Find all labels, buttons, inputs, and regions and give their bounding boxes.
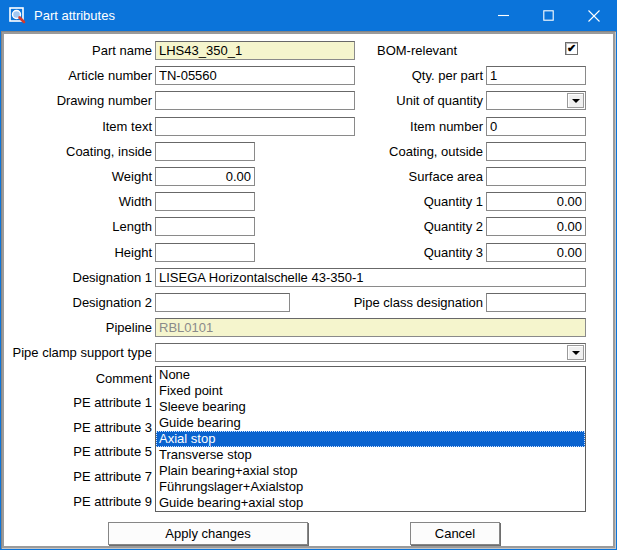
qty-per-part-label: Qty. per part <box>330 66 483 85</box>
dropdown-option-guide-bearing-axial-stop[interactable]: Guide bearing+axial stop <box>156 495 585 511</box>
minimize-button[interactable] <box>481 0 526 31</box>
item-text-label: Item text <box>6 117 152 136</box>
bom-relevant-checkbox[interactable]: ✔ <box>565 42 578 55</box>
pe-attribute-1-label: PE attribute 1 <box>6 393 152 412</box>
pipeline-label: Pipeline <box>6 318 152 337</box>
width-input[interactable] <box>155 192 255 211</box>
coating-inside-label: Coating, inside <box>6 142 152 161</box>
part-attributes-dialog: Part attributes Part name Article number… <box>0 0 617 550</box>
maximize-icon <box>543 10 554 21</box>
width-label: Width <box>6 192 152 211</box>
dropdown-option-axial-stop[interactable]: Axial stop <box>156 431 585 447</box>
surface-area-input[interactable] <box>486 167 586 186</box>
apply-changes-button[interactable]: Apply changes <box>108 522 308 545</box>
weight-input[interactable] <box>155 167 255 186</box>
dropdown-option-guide-bearing[interactable]: Guide bearing <box>156 415 585 431</box>
unit-of-quantity-dropdown-button[interactable] <box>567 93 584 108</box>
length-label: Length <box>6 217 152 236</box>
quantity-1-input[interactable] <box>486 192 586 211</box>
qty-per-part-input[interactable] <box>486 66 586 85</box>
drawing-number-label: Drawing number <box>6 91 152 110</box>
dropdown-option-fixed-point[interactable]: Fixed point <box>156 383 585 399</box>
chevron-down-icon <box>572 99 580 107</box>
item-text-input[interactable] <box>155 117 355 136</box>
coating-outside-input[interactable] <box>486 142 586 161</box>
designation-2-input[interactable] <box>155 293 290 312</box>
dropdown-option-sleeve-bearing[interactable]: Sleeve bearing <box>156 399 585 415</box>
pipe-clamp-dropdown-list: None Fixed point Sleeve bearing Guide be… <box>155 366 586 512</box>
coating-outside-label: Coating, outside <box>330 142 483 161</box>
height-input[interactable] <box>155 243 255 262</box>
close-icon <box>588 10 600 22</box>
cancel-button[interactable]: Cancel <box>410 522 500 545</box>
maximize-button[interactable] <box>526 0 571 31</box>
article-number-label: Article number <box>6 66 152 85</box>
designation-2-label: Designation 2 <box>6 293 152 312</box>
close-button[interactable] <box>571 0 616 31</box>
quantity-3-input[interactable] <box>486 243 586 262</box>
checkmark-icon: ✔ <box>567 42 576 54</box>
quantity-3-label: Quantity 3 <box>330 243 483 262</box>
length-input[interactable] <box>155 217 255 236</box>
item-number-input[interactable] <box>486 117 586 136</box>
pe-attribute-3-label: PE attribute 3 <box>6 418 152 437</box>
height-label: Height <box>6 243 152 262</box>
chevron-down-icon <box>572 351 580 359</box>
dropdown-option-fuehrungslager-axialstop[interactable]: Führungslager+Axialstop <box>156 479 585 495</box>
unit-of-quantity-label: Unit of quantity <box>330 91 483 110</box>
dropdown-option-none[interactable]: None <box>156 367 585 383</box>
quantity-1-label: Quantity 1 <box>330 192 483 211</box>
pe-attribute-9-label: PE attribute 9 <box>6 492 152 511</box>
pipeline-input <box>155 318 586 337</box>
dialog-magnifier-icon <box>9 7 26 24</box>
weight-label: Weight <box>6 167 152 186</box>
pe-attribute-7-label: PE attribute 7 <box>6 467 152 486</box>
unit-of-quantity-combobox[interactable] <box>486 91 586 110</box>
comment-label: Comment <box>6 369 152 388</box>
quantity-2-label: Quantity 2 <box>330 217 483 236</box>
coating-inside-input[interactable] <box>155 142 255 161</box>
part-name-input[interactable] <box>155 41 355 60</box>
part-name-label: Part name <box>6 41 152 60</box>
bom-relevant-label: BOM-relevant <box>377 41 457 60</box>
pipe-clamp-support-type-label: Pipe clamp support type <box>6 343 152 362</box>
surface-area-label: Surface area <box>330 167 483 186</box>
dropdown-option-plain-bearing-axial-stop[interactable]: Plain bearing+axial stop <box>156 463 585 479</box>
designation-1-input[interactable] <box>155 268 586 287</box>
article-number-input[interactable] <box>155 66 355 85</box>
item-number-label: Item number <box>330 117 483 136</box>
pipe-clamp-support-type-combobox[interactable] <box>155 343 586 362</box>
designation-1-label: Designation 1 <box>6 268 152 287</box>
minimize-icon <box>498 10 509 21</box>
quantity-2-input[interactable] <box>486 217 586 236</box>
window-title: Part attributes <box>34 0 115 31</box>
pe-attribute-5-label: PE attribute 5 <box>6 442 152 461</box>
dropdown-option-transverse-stop[interactable]: Transverse stop <box>156 447 585 463</box>
pipe-clamp-dropdown-button[interactable] <box>567 345 584 360</box>
drawing-number-input[interactable] <box>155 91 355 110</box>
pipe-class-designation-input[interactable] <box>486 293 586 312</box>
title-bar: Part attributes <box>0 0 617 31</box>
pipe-class-designation-label: Pipe class designation <box>330 293 483 312</box>
